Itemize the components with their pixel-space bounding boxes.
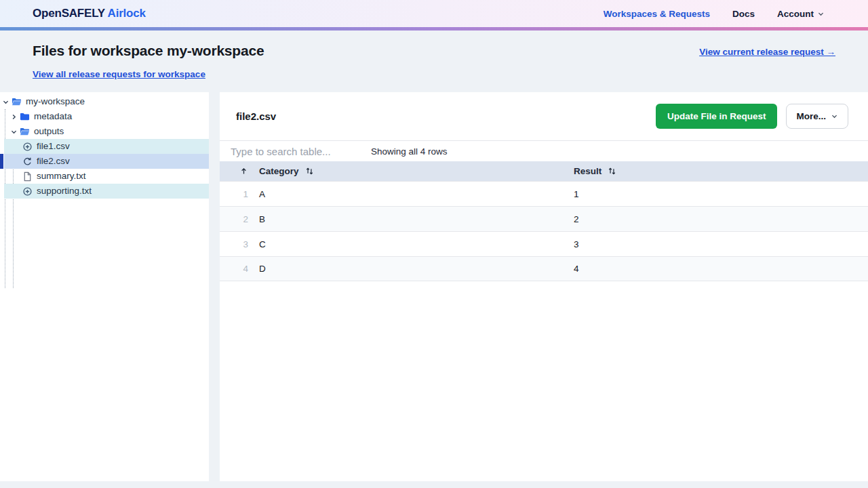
cell-result: 2 [570,214,868,224]
update-file-button[interactable]: Update File in Request [656,104,778,129]
sort-both-icon [305,167,314,176]
cell-category: D [254,264,570,274]
file-actions: Update File in Request More... [656,104,848,129]
row-index: 3 [220,239,254,249]
chevron-down-icon [831,113,838,120]
circle-plus-icon [22,186,33,197]
file-content-panel: file2.csv Update File in Request More...… [220,92,868,481]
nav-workspaces-requests[interactable]: Workspaces & Requests [604,9,710,19]
tree-item-label: my-workspace [26,94,85,109]
row-count-status: Showing all 4 rows [371,146,448,157]
cell-category: B [254,214,570,224]
table-row: 4 D 4 [220,256,868,281]
chevron-down-icon [817,10,825,18]
sort-by-category[interactable]: Category [259,166,314,176]
folder-open-icon [12,97,22,107]
tree-item-supporting-txt[interactable]: supporting.txt [4,184,209,199]
app-logo[interactable]: OpenSAFELY Airlock [33,7,146,20]
more-menu-label: More... [796,111,826,121]
file-panel-header: file2.csv Update File in Request More... [220,92,868,140]
tree-item-label: file1.csv [37,139,70,154]
file-title: file2.csv [236,110,276,122]
file-tree: my-workspace metadata outputs [0,92,209,199]
table-search-input[interactable] [231,146,360,157]
column-header-index[interactable] [220,167,254,176]
column-header-result: Result [570,166,868,176]
column-header-label: Category [259,166,299,176]
tree-item-file2-csv[interactable]: file2.csv [4,154,209,169]
page-header: Files for workspace my-workspace View al… [0,30,868,92]
tree-item-label: supporting.txt [37,184,92,199]
document-icon [22,171,33,182]
view-current-release-request-link[interactable]: View current release request → [699,47,835,57]
tree-item-my-workspace[interactable]: my-workspace [0,94,209,109]
navbar: OpenSAFELY Airlock Workspaces & Requests… [0,0,868,27]
content-area: my-workspace metadata outputs [0,92,868,481]
sort-both-icon [608,167,616,176]
cell-result: 3 [570,239,868,249]
circle-plus-icon [22,142,33,152]
nav-docs[interactable]: Docs [732,9,755,19]
chevron-right-icon [10,113,18,121]
folder-open-icon [20,127,30,137]
column-header-label: Result [574,166,601,176]
refresh-icon [22,157,33,167]
chevron-down-icon [2,98,9,106]
cell-category: C [254,239,570,249]
tree-item-summary-txt[interactable]: summary.txt [0,169,209,184]
tree-item-label: metadata [34,109,72,124]
table-row: 3 C 3 [220,231,868,256]
chevron-down-icon [10,128,18,136]
column-header-category: Category [254,166,570,176]
brand-accent: Airlock [108,7,146,20]
sort-ascending-icon [239,167,248,176]
table-toolbar: Showing all 4 rows [220,141,868,161]
nav-account-menu[interactable]: Account [777,9,825,19]
row-index: 1 [220,189,254,199]
row-index: 4 [220,264,254,274]
navbar-links: Workspaces & Requests Docs Account [604,9,825,19]
brand-primary: OpenSAFELY [33,7,105,20]
cell-result: 1 [570,189,868,199]
table-row: 1 A 1 [220,181,868,206]
view-all-release-requests-link[interactable]: View all release requests for workspace [33,69,205,79]
file-tree-panel: my-workspace metadata outputs [0,92,209,481]
cell-category: A [254,189,570,199]
tree-item-label: outputs [34,124,64,139]
table-header-row: Category Result [220,161,868,181]
cell-result: 4 [570,264,868,274]
nav-account-label: Account [777,9,814,19]
more-menu-button[interactable]: More... [786,104,848,129]
row-index: 2 [220,214,254,224]
tree-item-label: file2.csv [37,154,70,169]
tree-item-file1-csv[interactable]: file1.csv [4,139,209,154]
tree-item-metadata[interactable]: metadata [0,109,209,124]
table-row: 2 B 2 [220,206,868,231]
tree-item-outputs[interactable]: outputs [0,124,209,139]
folder-icon [20,112,30,122]
tree-item-label: summary.txt [37,169,86,184]
sort-by-result[interactable]: Result [574,166,616,176]
